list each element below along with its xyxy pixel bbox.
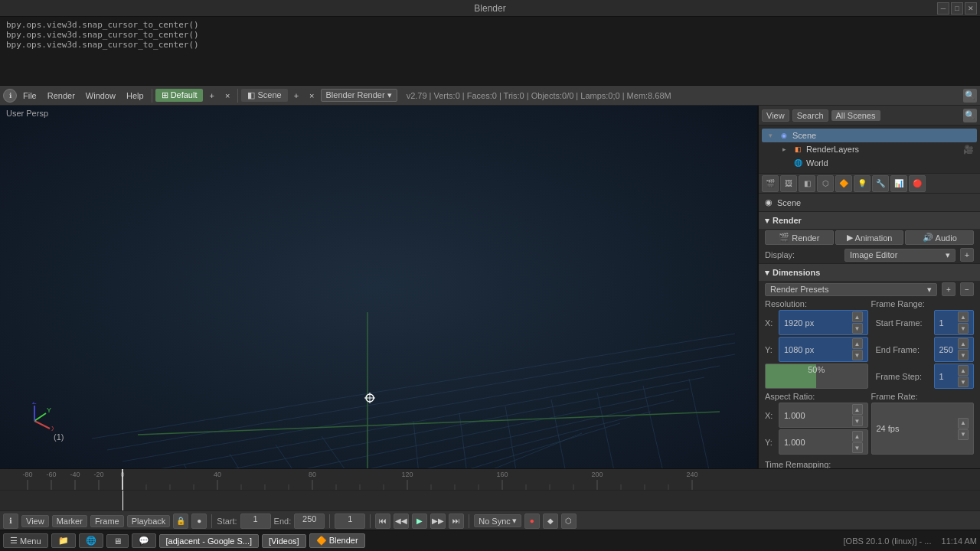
props-icon-data[interactable]: 📊 bbox=[890, 175, 907, 192]
end-spin-down[interactable]: ▼ bbox=[958, 350, 969, 360]
maximize-button[interactable]: □ bbox=[951, 2, 963, 15]
resolution-x-input[interactable]: 1920 px ▲ ▼ bbox=[779, 310, 868, 335]
close-button[interactable]: ✕ bbox=[965, 2, 977, 15]
taskbar-browser-btn[interactable]: 🌐 bbox=[79, 533, 103, 548]
aspect-y-input[interactable]: 1.000 ▲ ▼ bbox=[779, 429, 868, 455]
menu-window[interactable]: Window bbox=[81, 90, 120, 102]
menu-file[interactable]: File bbox=[18, 90, 41, 102]
fps-spin-up[interactable]: ▲ bbox=[958, 418, 969, 429]
taskbar-adjacent-btn[interactable]: [adjacent - Google S...] bbox=[159, 534, 260, 548]
tree-item-renderlayers[interactable]: ▸ ◧ RenderLayers 🎥 bbox=[762, 142, 977, 156]
current-frame-input[interactable]: 1 bbox=[335, 514, 365, 529]
props-icon-world[interactable]: ⬡ bbox=[817, 175, 834, 192]
display-value[interactable]: Image Editor ▾ bbox=[844, 249, 956, 262]
props-icon-scene[interactable]: ◧ bbox=[799, 175, 815, 192]
next-frame-btn[interactable]: ▶▶ bbox=[430, 514, 446, 529]
dimensions-section-header[interactable]: ▾ Dimensions bbox=[759, 264, 980, 281]
close-workspace-button[interactable]: × bbox=[220, 90, 234, 102]
taskbar-blender-btn[interactable]: 🔶 Blender bbox=[309, 533, 365, 548]
play-btn[interactable]: ▶ bbox=[412, 514, 427, 529]
prev-key-btn[interactable]: ⏮ bbox=[375, 514, 390, 529]
props-icon-material[interactable]: 🔴 bbox=[909, 175, 926, 192]
properties-content: ▾ Render 🎬 Render ▶ Animation bbox=[759, 212, 980, 468]
step-spin-up[interactable]: ▲ bbox=[958, 365, 969, 376]
record-btn[interactable]: ● bbox=[524, 514, 540, 529]
playback-playback[interactable]: Playback bbox=[127, 515, 171, 527]
svg-text:Z: Z bbox=[32, 402, 37, 406]
playback-frame[interactable]: Frame bbox=[90, 515, 124, 527]
menu-search-button[interactable]: 🔍 bbox=[963, 89, 977, 103]
render-section-header[interactable]: ▾ Render bbox=[759, 212, 980, 229]
start-spin-down[interactable]: ▼ bbox=[958, 323, 969, 334]
props-view-button[interactable]: View bbox=[762, 109, 789, 122]
scene-tree-label: Scene bbox=[792, 131, 816, 140]
taskbar-videos-btn[interactable]: [Videos] bbox=[262, 534, 306, 548]
ay-spin-up[interactable]: ▲ bbox=[852, 431, 863, 442]
prev-frame-btn[interactable]: ◀◀ bbox=[394, 514, 409, 529]
render-presets-dropdown[interactable]: Render Presets ▾ bbox=[765, 283, 937, 296]
taskbar-discord-btn[interactable]: 💬 bbox=[132, 533, 156, 548]
aspect-y-field: Y: 1.000 ▲ ▼ bbox=[765, 429, 868, 455]
display-label: Display: bbox=[765, 250, 841, 259]
taskbar-files-btn[interactable]: 📁 bbox=[51, 533, 76, 548]
end-spin-up[interactable]: ▲ bbox=[958, 338, 969, 349]
playback-info-btn[interactable]: ℹ bbox=[3, 514, 18, 529]
props-icon-modifiers[interactable]: 🔧 bbox=[872, 175, 889, 192]
playback-marker[interactable]: Marker bbox=[52, 515, 87, 527]
presets-remove-btn[interactable]: − bbox=[960, 282, 974, 296]
display-extra-btn[interactable]: + bbox=[960, 248, 974, 262]
props-scenes-label[interactable]: All Scenes bbox=[831, 110, 880, 121]
render-engine-dropdown[interactable]: Blender Render ▾ bbox=[321, 89, 397, 102]
playback-record-btn[interactable]: ● bbox=[191, 514, 207, 529]
start-frame-input[interactable]: 1 ▲ ▼ bbox=[934, 310, 975, 335]
aspect-x-input[interactable]: 1.000 ▲ ▼ bbox=[779, 403, 868, 428]
frame-step-input[interactable]: 1 ▲ ▼ bbox=[934, 364, 975, 389]
props-icon-render-layers[interactable]: 🖼 bbox=[780, 175, 797, 192]
taskbar-start-btn[interactable]: ☰ Menu bbox=[3, 533, 48, 548]
props-header-search-icon[interactable]: 🔍 bbox=[963, 109, 977, 122]
start-frame-input[interactable]: 1 bbox=[240, 514, 271, 529]
info-button[interactable]: ℹ bbox=[3, 89, 17, 103]
scene-tab[interactable]: ◧ Scene bbox=[241, 89, 287, 102]
props-search-button[interactable]: Search bbox=[792, 109, 828, 122]
presets-add-btn[interactable]: + bbox=[942, 282, 956, 296]
y-spin-up[interactable]: ▲ bbox=[852, 338, 863, 349]
end-frame-input[interactable]: 250 bbox=[294, 514, 325, 529]
step-spin-down[interactable]: ▼ bbox=[958, 377, 969, 387]
animation-button[interactable]: ▶ Animation bbox=[835, 230, 904, 245]
fps-spin-down[interactable]: ▼ bbox=[958, 429, 969, 440]
render-button[interactable]: 🎬 Render bbox=[765, 230, 834, 245]
add-scene-button[interactable]: + bbox=[289, 90, 303, 102]
end-frame-input[interactable]: 250 ▲ ▼ bbox=[934, 337, 975, 362]
props-icon-object[interactable]: 🔶 bbox=[835, 175, 852, 192]
playback-view[interactable]: View bbox=[21, 515, 49, 527]
props-icon-constraints[interactable]: 💡 bbox=[854, 175, 871, 192]
ay-spin-down[interactable]: ▼ bbox=[852, 442, 863, 453]
x-spin-up[interactable]: ▲ bbox=[852, 311, 863, 322]
minimize-button[interactable]: ─ bbox=[937, 2, 949, 15]
frame-rate-dropdown[interactable]: 24 fps ▲ ▼ bbox=[871, 403, 975, 455]
x-spin-down[interactable]: ▼ bbox=[852, 323, 863, 334]
marker-btn[interactable]: ◆ bbox=[543, 514, 558, 529]
menu-render[interactable]: Render bbox=[43, 90, 80, 102]
playback-lock-btn[interactable]: 🔒 bbox=[173, 514, 188, 529]
audio-button[interactable]: 🔊 Audio bbox=[905, 230, 974, 245]
close-scene-button[interactable]: × bbox=[305, 90, 318, 102]
taskbar-terminal-btn[interactable]: 🖥 bbox=[106, 534, 129, 548]
workspace-icon[interactable]: ⊞ Default bbox=[155, 89, 204, 102]
ax-spin-down[interactable]: ▼ bbox=[852, 416, 863, 426]
keying-btn[interactable]: ⬡ bbox=[561, 514, 577, 529]
menu-help[interactable]: Help bbox=[122, 90, 149, 102]
viewport-3d[interactable]: User Persp bbox=[0, 106, 758, 468]
start-spin-up[interactable]: ▲ bbox=[958, 311, 969, 322]
ax-spin-up[interactable]: ▲ bbox=[852, 404, 863, 415]
sync-dropdown[interactable]: No Sync bbox=[474, 514, 521, 527]
resolution-percent-slider[interactable]: 50% bbox=[765, 364, 868, 389]
tree-item-scene[interactable]: ▾ ◉ Scene bbox=[762, 129, 977, 142]
y-spin-down[interactable]: ▼ bbox=[852, 350, 863, 360]
next-key-btn[interactable]: ⏭ bbox=[449, 514, 464, 529]
add-workspace-button[interactable]: + bbox=[204, 90, 218, 102]
resolution-y-input[interactable]: 1080 px ▲ ▼ bbox=[779, 337, 868, 362]
tree-item-world[interactable]: 🌐 World bbox=[762, 156, 977, 170]
props-icon-camera[interactable]: 🎬 bbox=[762, 175, 779, 192]
